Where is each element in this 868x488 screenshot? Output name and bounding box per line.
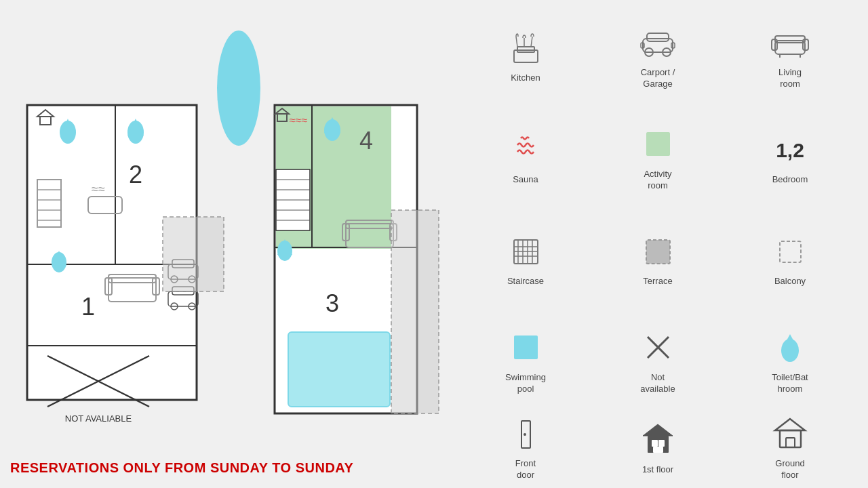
kitchen-label: Kitchen bbox=[511, 73, 540, 84]
drop-icon bbox=[770, 327, 810, 368]
legend-kitchen: Kitchen bbox=[461, 7, 590, 105]
staircase-label: Staircase bbox=[507, 276, 544, 287]
floor-plan-area: 2 1 NOT AVALIABLE ≈≈ bbox=[0, 0, 448, 488]
svg-rect-92 bbox=[514, 336, 538, 359]
terrace-icon bbox=[637, 231, 678, 272]
svg-text:4: 4 bbox=[359, 127, 373, 155]
x-icon bbox=[637, 327, 678, 368]
balcony-icon bbox=[770, 231, 810, 272]
legend-pool: Swimmingpool bbox=[461, 312, 590, 410]
svg-rect-35 bbox=[163, 217, 224, 291]
svg-text:1: 1 bbox=[81, 293, 95, 321]
legend-groundfloor: Groundfloor bbox=[726, 413, 854, 481]
legend-frontdoor: Frontdoor bbox=[461, 413, 590, 481]
svg-rect-90 bbox=[646, 240, 670, 264]
svg-rect-91 bbox=[780, 241, 801, 262]
svg-marker-104 bbox=[775, 419, 805, 430]
svg-point-98 bbox=[524, 433, 526, 436]
toilet-label: Toilet/Bathroom bbox=[772, 372, 808, 395]
car-icon bbox=[637, 22, 678, 63]
reservation-text: RESERVATIONS ONLY FROM SUNDAY TO SUNDAY bbox=[10, 460, 353, 476]
balcony-label: Balcony bbox=[774, 276, 806, 287]
legend-carport: Carport /Garage bbox=[593, 7, 722, 105]
not-available-label: Notavailable bbox=[640, 372, 675, 395]
svg-rect-50 bbox=[288, 332, 390, 407]
svg-rect-105 bbox=[780, 430, 801, 447]
terrace-label: Terrace bbox=[643, 276, 672, 287]
living-label: Livingroom bbox=[778, 67, 802, 90]
house1-icon bbox=[637, 420, 678, 460]
legend-bedroom: 1,2 Bedroom bbox=[726, 108, 854, 207]
svg-text:3: 3 bbox=[326, 289, 339, 317]
svg-rect-101 bbox=[652, 440, 658, 447]
svg-rect-103 bbox=[653, 447, 663, 453]
legend-activity: Activityroom bbox=[593, 108, 722, 207]
frontdoor-icon bbox=[505, 413, 546, 454]
svg-marker-99 bbox=[643, 424, 673, 436]
svg-line-65 bbox=[516, 37, 517, 47]
svg-rect-69 bbox=[647, 33, 669, 41]
legend-balcony: Balcony bbox=[726, 210, 854, 308]
pool-label: Swimmingpool bbox=[505, 372, 546, 395]
legend-sauna: Sauna bbox=[461, 108, 590, 207]
legend-not-available: Notavailable bbox=[593, 312, 722, 410]
frontdoor-label: Frontdoor bbox=[515, 458, 536, 481]
legend-staircase: Staircase bbox=[461, 210, 590, 308]
svg-point-0 bbox=[217, 30, 260, 146]
legend-area: Kitchen Carport /Garage bbox=[448, 0, 868, 488]
legend-terrace: Terrace bbox=[593, 210, 722, 308]
svg-rect-80 bbox=[646, 132, 670, 156]
svg-text:≈≈: ≈≈ bbox=[92, 182, 105, 196]
activity-icon bbox=[637, 124, 678, 165]
carport-label: Carport /Garage bbox=[641, 67, 675, 90]
sauna-label: Sauna bbox=[513, 174, 538, 186]
svg-text:2: 2 bbox=[129, 161, 142, 188]
bedroom-label: Bedroom bbox=[772, 174, 808, 186]
svg-text:≈≈≈: ≈≈≈ bbox=[290, 115, 308, 126]
svg-rect-102 bbox=[658, 440, 665, 447]
groundfloor-label: Groundfloor bbox=[775, 458, 804, 481]
1stfloor-label: 1st floor bbox=[642, 464, 673, 476]
bedroom-icon: 1,2 bbox=[770, 129, 810, 170]
staircase-icon bbox=[505, 231, 546, 272]
legend-toilet: Toilet/Bathroom bbox=[726, 312, 854, 410]
svg-rect-75 bbox=[775, 36, 805, 43]
house2-icon bbox=[770, 413, 810, 454]
svg-rect-106 bbox=[786, 438, 795, 447]
svg-text:NOT AVALIABLE: NOT AVALIABLE bbox=[65, 413, 132, 424]
kitchen-icon bbox=[505, 28, 546, 68]
svg-text:1,2: 1,2 bbox=[776, 139, 804, 161]
legend-1stfloor: 1st floor bbox=[593, 413, 722, 481]
svg-line-67 bbox=[531, 37, 532, 47]
sauna-icon bbox=[505, 129, 546, 170]
sofa-icon bbox=[770, 22, 810, 63]
activity-label: Activityroom bbox=[644, 169, 671, 192]
svg-rect-62 bbox=[391, 210, 439, 413]
pool-icon bbox=[505, 327, 546, 368]
legend-living: Livingroom bbox=[726, 7, 854, 105]
